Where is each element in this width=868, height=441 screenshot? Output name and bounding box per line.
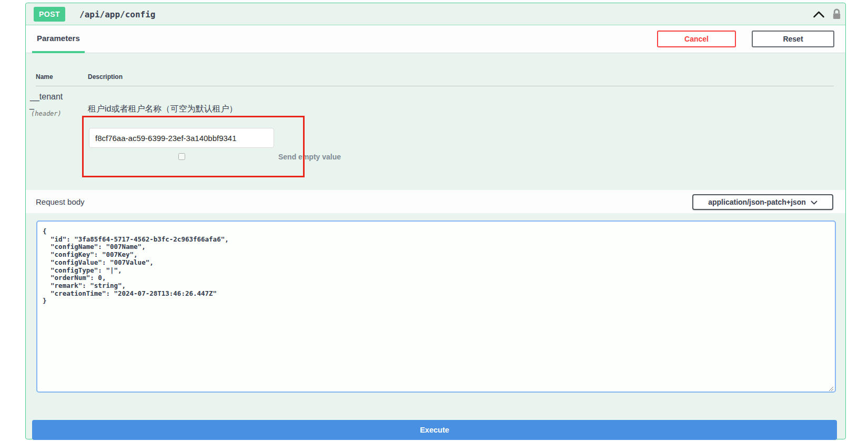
request-body-section-header: Request body application/json-patch+json: [26, 190, 845, 213]
content-type-select[interactable]: application/json-patch+json: [692, 194, 833, 210]
collapse-chevron-icon[interactable]: [813, 11, 825, 21]
content-type-value: application/json-patch+json: [708, 198, 806, 206]
request-body-json[interactable]: { "id": "3fa85f64-5717-4562-b3fc-2c963f6…: [37, 222, 835, 312]
api-operation-block: POST /api/app/config Parameters Cancel R…: [25, 3, 846, 439]
tab-parameters[interactable]: Parameters: [32, 25, 85, 53]
resize-handle-icon[interactable]: [827, 384, 834, 390]
reset-button[interactable]: Reset: [752, 31, 834, 47]
column-header-description: Description: [88, 73, 123, 81]
column-header-name: Name: [36, 73, 53, 81]
chevron-down-icon: [811, 198, 817, 206]
request-body-editor[interactable]: { "id": "3fa85f64-5717-4562-b3fc-2c963f6…: [36, 220, 836, 393]
request-body-label: Request body: [36, 190, 85, 213]
parameter-description: 租户id或者租户名称（可空为默认租户）: [88, 104, 237, 115]
tenant-value-input[interactable]: [89, 128, 274, 148]
parameter-name-overflow: _: [29, 101, 34, 110]
http-method-badge: POST: [34, 7, 65, 22]
cancel-button[interactable]: Cancel: [657, 31, 736, 47]
endpoint-path: /api/app/config: [79, 3, 156, 25]
operation-summary[interactable]: POST /api/app/config: [26, 3, 845, 25]
send-empty-value-label: Send empty value: [278, 153, 341, 161]
parameters-section-header: Parameters Cancel Reset: [26, 25, 845, 53]
auth-lock-icon[interactable]: [832, 8, 842, 22]
table-header-divider: [36, 86, 834, 86]
send-empty-value-checkbox[interactable]: [178, 153, 185, 160]
parameter-name: __tenant: [30, 92, 63, 102]
execute-button[interactable]: Execute: [32, 420, 837, 440]
parameters-table: Name Description __tenant _ (header) 租户i…: [26, 53, 845, 190]
parameter-location: (header): [31, 110, 62, 117]
